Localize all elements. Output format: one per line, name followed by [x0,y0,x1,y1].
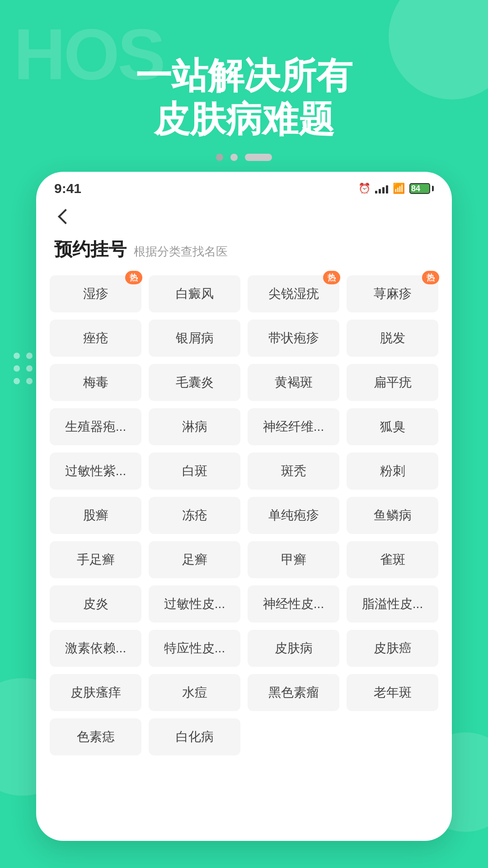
tag-item[interactable]: 皮炎 [50,585,141,623]
tag-item[interactable]: 毛囊炎 [149,364,240,401]
dots-indicator [0,154,488,161]
tag-item[interactable]: 淋病 [149,408,240,445]
status-bar: 9:41 ⏰ 📶 84 [36,172,452,201]
tag-item[interactable]: 银屑病 [149,320,240,357]
page-title-main: 预约挂号 [54,237,127,262]
tag-item[interactable]: 脂溢性皮... [347,585,438,623]
tag-item[interactable]: 足癣 [149,541,240,578]
page-title-section: 预约挂号 根据分类查找名医 [36,232,452,271]
tag-item[interactable]: 过敏性紫... [50,453,141,490]
tag-item[interactable]: 单纯疱疹 [248,497,339,534]
tag-item[interactable]: 黄褐斑 [248,364,339,401]
tag-item[interactable]: 荨麻疹热 [347,275,438,312]
dot-1[interactable] [216,154,223,161]
signal-bars-icon [375,184,388,193]
tag-item[interactable]: 色素痣 [50,718,141,755]
page-title-subtitle: 根据分类查找名医 [134,244,228,259]
tag-item[interactable]: 扁平疣 [347,364,438,401]
tag-item[interactable]: 激素依赖... [50,630,141,667]
signal-bar-4 [386,185,388,193]
tag-item[interactable]: 白斑 [149,453,240,490]
tag-item[interactable]: 鱼鳞病 [347,497,438,534]
tag-item[interactable]: 白化病 [149,718,240,755]
header-line2: 皮肤病难题 [154,99,334,139]
battery-body: 84 [409,183,430,194]
signal-bar-2 [379,189,381,193]
battery-tip [432,186,434,191]
wifi-icon: 📶 [393,183,405,194]
tag-item[interactable]: 皮肤病 [248,630,339,667]
tag-item[interactable]: 过敏性皮... [149,585,240,623]
back-arrow-icon [58,209,73,224]
tag-item[interactable]: 粉刺 [347,453,438,490]
phone-frame: 9:41 ⏰ 📶 84 [36,172,452,841]
back-button[interactable] [54,205,77,228]
tag-item[interactable]: 皮肤癌 [347,630,438,667]
tag-item[interactable]: 皮肤瘙痒 [50,674,141,711]
tag-item[interactable]: 梅毒 [50,364,141,401]
signal-bar-1 [375,191,377,193]
tag-item[interactable]: 股癣 [50,497,141,534]
battery-level: 84 [411,184,420,193]
tag-item[interactable]: 冻疮 [149,497,240,534]
tag-item[interactable]: 特应性皮... [149,630,240,667]
status-time: 9:41 [54,181,81,196]
alarm-icon: ⏰ [358,183,371,194]
signal-bar-3 [382,187,385,193]
tag-item[interactable]: 带状疱疹 [248,320,339,357]
tag-item[interactable]: 湿疹热 [50,275,141,312]
tag-item[interactable]: 尖锐湿疣热 [248,275,339,312]
tag-item[interactable]: 生殖器疱... [50,408,141,445]
hot-badge: 热 [125,271,142,284]
tag-item[interactable]: 手足癣 [50,541,141,578]
page-title: 预约挂号 根据分类查找名医 [54,237,434,262]
dot-bar[interactable] [245,154,272,161]
tag-item[interactable]: 狐臭 [347,408,438,445]
nav-bar [36,201,452,232]
tag-item[interactable]: 老年斑 [347,674,438,711]
tag-item[interactable]: 脱发 [347,320,438,357]
tag-item[interactable]: 雀斑 [347,541,438,578]
hot-badge: 热 [422,271,439,284]
tag-item[interactable]: 神经性皮... [248,585,339,623]
tag-item[interactable]: 黑色素瘤 [248,674,339,711]
header-line1: 一站解决所有 [136,56,352,96]
tags-grid: 湿疹热白癜风尖锐湿疣热荨麻疹热痤疮银屑病带状疱疹脱发梅毒毛囊炎黄褐斑扁平疣生殖器… [50,275,438,755]
tag-item[interactable]: 甲癣 [248,541,339,578]
tag-item[interactable]: 白癜风 [149,275,240,312]
tag-item[interactable]: 神经纤维... [248,408,339,445]
dot-2[interactable] [230,154,238,161]
status-icons: ⏰ 📶 84 [358,183,434,194]
battery-icon: 84 [409,183,434,194]
hot-badge: 热 [323,271,340,284]
tags-container: 湿疹热白癜风尖锐湿疣热荨麻疹热痤疮银屑病带状疱疹脱发梅毒毛囊炎黄褐斑扁平疣生殖器… [36,271,452,769]
tag-item[interactable]: 痤疮 [50,320,141,357]
header-title-block: 一站解决所有 皮肤病难题 [0,54,488,141]
tag-item[interactable]: 斑秃 [248,453,339,490]
tag-item[interactable]: 水痘 [149,674,240,711]
